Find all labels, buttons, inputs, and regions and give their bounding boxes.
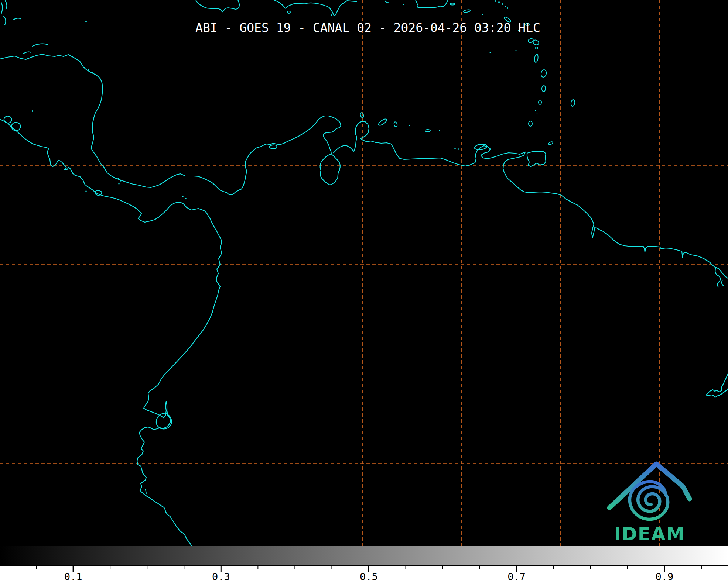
logo-wordmark: IDEAM [614, 523, 686, 545]
colorbar-axis: 0.10.30.50.70.9 [0, 566, 728, 582]
bay-island-dot [88, 69, 89, 70]
islet-dot [495, 0, 496, 2]
pearl-island-dot [185, 198, 187, 199]
islet-dot [502, 3, 503, 5]
margarita-dot [458, 148, 459, 150]
islet-dot [490, 52, 491, 53]
saba-dot [482, 14, 483, 15]
map-background [0, 0, 728, 546]
osa-dot [85, 190, 87, 192]
tick-label: 0.9 [656, 571, 674, 582]
pearl-island-dot [182, 196, 184, 197]
tick-label: 0.3 [212, 571, 230, 582]
bay-island-dot [92, 72, 93, 73]
pacific-islet-dot [32, 110, 33, 112]
grenadines-dot [535, 110, 536, 111]
grenadines-dot [537, 113, 538, 114]
bay-island-dot [84, 67, 85, 68]
tick-label: 0.1 [64, 571, 82, 582]
colorbar-axis-svg: 0.10.30.50.70.9 [0, 566, 728, 582]
image-title: ABI - GOES 19 - CANAL 02 - 2026-04-26 03… [195, 21, 540, 35]
colorbar-tick-labels: 0.10.30.50.70.9 [64, 571, 674, 582]
satellite-image-viewer: ABI - GOES 19 - CANAL 02 - 2026-04-26 03… [0, 0, 728, 582]
cayman-dot [85, 21, 87, 22]
cr-islet-dot [120, 180, 122, 182]
tick-label: 0.7 [507, 571, 526, 582]
islet-dot [516, 50, 517, 51]
tick-label: 0.5 [360, 571, 378, 582]
islet-dot [507, 7, 508, 9]
orchila-dot [409, 125, 410, 126]
islet-dot [498, 1, 500, 3]
cr-islet-dot [117, 178, 119, 179]
mona-dot [403, 4, 404, 5]
blanquilla-dot [439, 130, 440, 131]
reflectance-colorbar: Reflectancia [0, 546, 728, 566]
alto-velo-dot [331, 14, 332, 16]
islet-dot [505, 6, 506, 7]
satellite-map: ABI - GOES 19 - CANAL 02 - 2026-04-26 03… [0, 0, 728, 546]
margarita-dot [454, 148, 456, 149]
cr-islet-dot [118, 183, 120, 185]
